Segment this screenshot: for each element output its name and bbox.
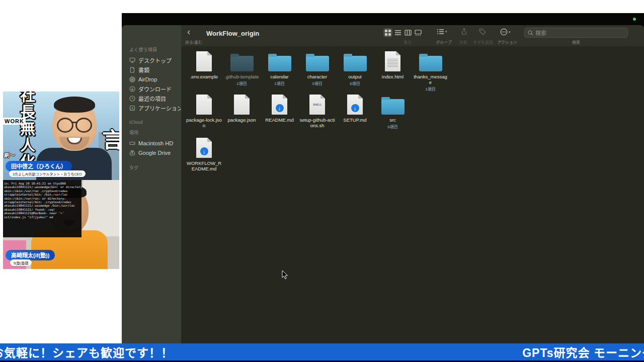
file-item-package-json[interactable]: package.json bbox=[223, 94, 261, 128]
item-count: 6項目 bbox=[350, 80, 360, 86]
sidebar-item-applications[interactable]: A アプリケーション bbox=[122, 103, 181, 113]
share-button[interactable] bbox=[461, 28, 467, 35]
sidebar-item-label: Macintosh HD bbox=[138, 140, 173, 146]
file-name: index.html bbox=[382, 74, 404, 79]
file-item-package-lock-json[interactable]: package-lock.json bbox=[185, 94, 223, 134]
file-name: thanks_message bbox=[413, 74, 448, 85]
thumbnail-vertical-text: 社長無人化 bbox=[15, 92, 37, 170]
gallery-view-icon bbox=[415, 29, 422, 36]
group-button[interactable]: ▾ bbox=[437, 28, 447, 35]
glasses-icon bbox=[56, 118, 93, 131]
status-dot bbox=[633, 18, 636, 21]
thumbnail-work-text: WORK bbox=[3, 118, 26, 125]
markdown-document-icon: ↓ bbox=[196, 138, 212, 158]
finder-sidebar: よく使う項目 デスクトップ 書類 AirDrop ダウンロード bbox=[122, 25, 181, 343]
terminal-line: akasaki19841121@MacBook- near '>' bbox=[4, 211, 80, 215]
file-item-output[interactable]: output 6項目 bbox=[336, 50, 374, 86]
sidebar-item-documents[interactable]: 書類 bbox=[122, 65, 181, 74]
file-item-setup-github-actions-sh[interactable]: SHELL setup-github-actions.sh bbox=[298, 94, 336, 134]
item-count: 6項目 bbox=[387, 124, 397, 129]
sidebar-spacer bbox=[122, 157, 181, 164]
view-switcher bbox=[383, 28, 423, 37]
file-item-calendar[interactable]: calendar 1項目 bbox=[261, 50, 298, 86]
search-icon bbox=[528, 30, 533, 36]
finder-main: ‹ 戻る/進む WorkFlow_origin 表示 ▾ グループ bbox=[181, 25, 644, 343]
file-item-index-html[interactable]: index.html bbox=[374, 50, 412, 85]
folder-icon bbox=[306, 56, 329, 71]
markdown-arrow-icon: ↓ bbox=[200, 147, 208, 155]
person-1-face bbox=[52, 100, 97, 151]
folder-icon bbox=[230, 56, 254, 71]
folder-icon bbox=[381, 99, 405, 115]
folder-icon bbox=[344, 56, 367, 71]
shell-icon-label: SHELL bbox=[313, 104, 322, 106]
markdown-arrow-icon: ↓ bbox=[351, 104, 359, 112]
action-button[interactable]: ▾ bbox=[500, 28, 511, 36]
file-item-readme-md[interactable]: ↓ README.md bbox=[261, 94, 298, 128]
terminal-overlay: in: Fri Aug 29 18:41:21 on ttys000 akasa… bbox=[3, 180, 82, 237]
sidebar-item-recents[interactable]: 最近の項目 bbox=[122, 94, 181, 103]
chevron-down-icon: ▾ bbox=[509, 30, 511, 34]
sidebar-spacer bbox=[122, 113, 181, 120]
terminal-line: ist/index.js "if(jyuku)" ed bbox=[4, 215, 80, 219]
file-item-env-example[interactable]: .env.example bbox=[185, 50, 223, 85]
file-item-setup-md[interactable]: ↓ SETUP.md bbox=[336, 94, 374, 128]
sidebar-item-label: AirDrop bbox=[138, 76, 157, 82]
file-row: package-lock.json package.json ↓ README.… bbox=[185, 94, 644, 137]
speaker-1-title-badge: 3方よしAI共創コンサルタント・おうちCEO bbox=[9, 170, 86, 177]
item-count: 1項目 bbox=[425, 86, 435, 92]
gallery-view-button[interactable] bbox=[414, 28, 423, 37]
stream-banner: お気軽に！シェアも歓迎です！！ GPTs研究会 モーニング bbox=[0, 343, 644, 360]
file-item-github-template[interactable]: .github-template 1項目 bbox=[223, 50, 261, 86]
speaker-2-name-badge: 高崎翔太(if(塾)) bbox=[6, 250, 55, 260]
document-icon bbox=[196, 95, 212, 115]
file-grid: .env.example .github-template 1項目 calend… bbox=[181, 46, 644, 180]
terminal-line: sbin:/sbin:/var/run: or directory: bbox=[4, 197, 80, 200]
folder-icon bbox=[419, 56, 442, 71]
thumbnail-small-text: 刷〜 bbox=[4, 151, 15, 159]
file-name: character bbox=[307, 74, 328, 79]
speaker-1-name-badge: 田中啓之（ひろくん） bbox=[6, 161, 72, 171]
item-count: 1項目 bbox=[274, 80, 284, 86]
sidebar-item-airdrop[interactable]: AirDrop bbox=[122, 74, 181, 84]
document-icon bbox=[196, 51, 212, 71]
sidebar-item-label: デスクトップ bbox=[138, 56, 172, 64]
file-name: package.json bbox=[228, 117, 256, 123]
file-name: .github-template bbox=[224, 74, 259, 79]
file-item-src[interactable]: src 6項目 bbox=[374, 94, 412, 129]
back-button[interactable]: ‹ bbox=[187, 27, 190, 36]
item-count: 1項目 bbox=[236, 80, 247, 86]
sidebar-item-downloads[interactable]: ダウンロード bbox=[122, 84, 181, 94]
sidebar-item-desktop[interactable]: デスクトップ bbox=[122, 55, 181, 65]
file-name: package-lock.json bbox=[186, 117, 222, 128]
file-name: README.md bbox=[265, 117, 293, 123]
html-document-icon bbox=[385, 51, 400, 71]
svg-text:A: A bbox=[131, 106, 134, 110]
view-label: 表示 bbox=[383, 39, 432, 45]
tag-button[interactable] bbox=[479, 28, 486, 35]
file-item-workflow-readme-md[interactable]: ↓ WORKFLOW_README.md bbox=[185, 137, 223, 177]
markdown-document-icon: ↓ bbox=[347, 95, 363, 115]
sidebar-item-label: アプリケーション bbox=[138, 104, 183, 112]
webcam-feed-2: in: Fri Aug 29 18:41:21 on ttys000 akasa… bbox=[3, 180, 119, 269]
file-name: SETUP.md bbox=[343, 117, 366, 123]
thumbnail-right-text: 言 bbox=[102, 123, 119, 153]
list-view-button[interactable] bbox=[393, 28, 403, 37]
file-item-thanks-message[interactable]: thanks_message 1項目 bbox=[412, 50, 449, 92]
document-icon bbox=[234, 95, 250, 115]
documents-icon bbox=[129, 67, 135, 73]
column-view-button[interactable] bbox=[404, 28, 413, 37]
sidebar-item-macintosh-hd[interactable]: Macintosh HD bbox=[122, 138, 181, 148]
page: よく使う項目 デスクトップ 書類 AirDrop ダウンロード bbox=[0, 0, 644, 362]
sidebar-header-icloud: iCloud bbox=[129, 120, 181, 125]
sidebar-item-google-drive[interactable]: Google Drive bbox=[122, 148, 181, 157]
hard-drive-icon bbox=[129, 140, 135, 146]
item-count: 0項目 bbox=[312, 80, 322, 86]
icon-view-button[interactable] bbox=[383, 28, 392, 37]
file-item-character[interactable]: character 0項目 bbox=[298, 50, 336, 86]
search-input[interactable]: 検索 bbox=[524, 28, 628, 38]
download-icon bbox=[129, 86, 135, 92]
smile-graphic bbox=[67, 138, 82, 144]
banner-left-text: お気軽に！シェアも歓迎です！！ bbox=[0, 343, 173, 360]
share-titlebar bbox=[122, 13, 644, 25]
